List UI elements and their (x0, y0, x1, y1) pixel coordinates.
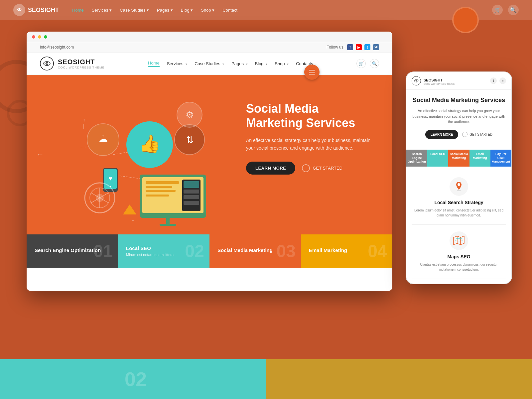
search-button[interactable]: 🔍 (370, 59, 379, 68)
bottom-area: 02 (0, 359, 532, 399)
top-nav-contact[interactable]: Contact (222, 8, 237, 13)
phone-tab-social[interactable]: Social Media Marketing (448, 150, 469, 167)
svg-rect-25 (146, 181, 179, 184)
social-youtube[interactable]: ▶ (356, 44, 362, 50)
social-twitter[interactable]: t (364, 44, 370, 50)
nav-pages[interactable]: Pages ▾ (231, 61, 247, 66)
phone-hero-desc: An effective social strategy can help yo… (412, 108, 506, 125)
browser-dot-green (44, 35, 47, 39)
divider (412, 224, 506, 225)
phone-info-icon[interactable]: ℹ (490, 77, 497, 84)
social-vk[interactable]: vk (373, 44, 379, 50)
top-nav-services[interactable]: Services ▾ (92, 8, 112, 13)
svg-text:⇅: ⇅ (186, 135, 194, 145)
top-nav-shop[interactable]: Shop ▾ (201, 8, 214, 13)
svg-text:⚙: ⚙ (186, 110, 194, 120)
logo-text-block: SEOSIGHT COOL WORDPRESS THEME (58, 58, 105, 69)
browser-window: info@seosight.com Follow us: f ▶ t vk (27, 32, 392, 291)
phone-menu-icon[interactable]: ≡ (499, 77, 506, 84)
phone-logo-eye (412, 76, 421, 85)
svg-rect-33 (184, 201, 199, 205)
svg-rect-34 (166, 218, 170, 224)
hero-content: Social Media Marketing Services An effec… (246, 101, 372, 175)
phone-mockup: SEOSIGHT COOL WORDPRESS THEME ℹ ≡ Social… (406, 71, 512, 284)
hero-prev-arrow[interactable]: ← (37, 150, 44, 159)
phone-service-title-2: Maps SEO (414, 254, 503, 259)
service-local-seo-number: 02 (185, 242, 204, 260)
svg-text:↑: ↑ (102, 133, 104, 138)
website-header: info@seosight.com Follow us: f ▶ t vk (27, 42, 392, 75)
browser-dot-red (32, 35, 35, 39)
learn-more-button[interactable]: LEARN MORE (246, 162, 295, 175)
phone-service-maps-seo: Maps SEO Claritas est etiam processus dy… (412, 226, 506, 277)
top-nav-home[interactable]: Home (72, 8, 84, 13)
svg-rect-30 (184, 181, 199, 188)
top-nav-blog[interactable]: Blog ▾ (181, 8, 193, 13)
service-seo[interactable]: Search Engine Optimization 01 (27, 234, 118, 268)
top-nav-cart-icon[interactable]: 🛒 (492, 5, 503, 15)
browser-topbar (27, 32, 392, 42)
nav-home[interactable]: Home (148, 61, 160, 67)
svg-rect-31 (184, 190, 199, 194)
bottom-strip-left: 02 (0, 359, 266, 399)
large-circle-deco (452, 7, 479, 33)
services-bar: Search Engine Optimization 01 Local SEO … (27, 234, 392, 268)
nav-blog[interactable]: Blog ▾ (255, 61, 268, 66)
social-facebook[interactable]: f (347, 44, 353, 50)
hero-section: ← | ↑ ↑ →→→→→→ ☁ ↑ ♥ (27, 75, 392, 234)
nav-case-studies[interactable]: Case Studies ▾ (195, 61, 224, 66)
phone-get-started-button[interactable]: GET STARTED (462, 132, 492, 137)
phone-tab-seo[interactable]: Search Engine Optimization (406, 150, 427, 167)
service-local-seo[interactable]: Local SEO Mirum est notare quam littera.… (118, 234, 209, 268)
top-nav-logo-icon: 👁 (13, 4, 25, 16)
header-top-bar: info@seosight.com Follow us: f ▶ t vk (27, 42, 392, 53)
phone-learn-more-button[interactable]: LEARN MORE (425, 130, 458, 139)
phone-services-tabs: Search Engine Optimization Local SEO Soc… (406, 150, 511, 167)
svg-rect-35 (160, 224, 176, 226)
phone-logo-tagline: COOL WORDPRESS THEME (424, 83, 455, 85)
divider-2 (412, 279, 506, 279)
phone-tab-email[interactable]: Email Marketing (469, 150, 490, 167)
svg-text:👍: 👍 (139, 133, 161, 154)
phone-service-icon-map (450, 231, 468, 250)
top-nav-search-icon[interactable]: 🔍 (508, 5, 519, 15)
logo-name: SEOSIGHT (58, 58, 105, 66)
phone-services-content: Local Search Strategy Lorem ipsum dolor … (406, 167, 511, 284)
top-nav-right: 🛒 🔍 (492, 5, 519, 15)
phone-service-local-strategy: Local Search Strategy Lorem ipsum dolor … (412, 172, 506, 223)
hamburger-menu-button[interactable] (304, 65, 320, 80)
svg-text:|: | (83, 124, 84, 129)
logo-eye-icon (40, 57, 54, 70)
phone-logo-name: SEOSIGHT (424, 78, 443, 82)
phone-header-icons: ℹ ≡ (490, 77, 506, 84)
get-started-button[interactable]: GET STARTED (302, 164, 342, 172)
top-nav-case[interactable]: Case Studies ▾ (120, 8, 149, 13)
svg-point-46 (416, 80, 417, 81)
top-nav-pages[interactable]: Pages ▾ (157, 8, 173, 13)
phone-tab-local[interactable]: Local SEO (427, 150, 448, 167)
top-nav-links: Home Services ▾ Case Studies ▾ Pages ▾ B… (72, 8, 237, 13)
phone-hero-buttons: LEARN MORE GET STARTED (412, 130, 506, 139)
phone-service-icon-location (450, 177, 468, 196)
nav-services[interactable]: Services ▾ (167, 61, 187, 66)
nav-shop[interactable]: Shop ▾ (275, 61, 289, 66)
svg-rect-26 (146, 186, 172, 188)
phone-logo: SEOSIGHT COOL WORDPRESS THEME (412, 76, 455, 85)
phone-service-desc-2: Claritas est etiam processus dynamicus, … (414, 262, 503, 272)
phone-header: SEOSIGHT COOL WORDPRESS THEME ℹ ≡ (406, 72, 511, 90)
nav-icons: 🛒 🔍 (356, 59, 379, 68)
phone-tab-ppc[interactable]: Pay Per Click Management (490, 150, 511, 167)
phone-service-card-3-partial (412, 280, 506, 284)
service-social-media[interactable]: Social Media Marketing 03 (209, 234, 301, 268)
hero-title: Social Media Marketing Services (246, 101, 372, 130)
svg-text:♥: ♥ (108, 175, 112, 182)
phone-service-title-1: Local Search Strategy (414, 200, 503, 205)
header-main: SEOSIGHT COOL WORDPRESS THEME Home Servi… (27, 53, 392, 75)
hamburger-icon (309, 70, 315, 74)
follow-us-label: Follow us: (327, 45, 344, 50)
header-email: info@seosight.com (40, 45, 74, 50)
service-email[interactable]: Email Marketing 04 (301, 234, 392, 268)
cart-button[interactable]: 🛒 (356, 59, 366, 68)
svg-point-2 (47, 63, 48, 64)
svg-text:↑: ↑ (83, 117, 85, 122)
